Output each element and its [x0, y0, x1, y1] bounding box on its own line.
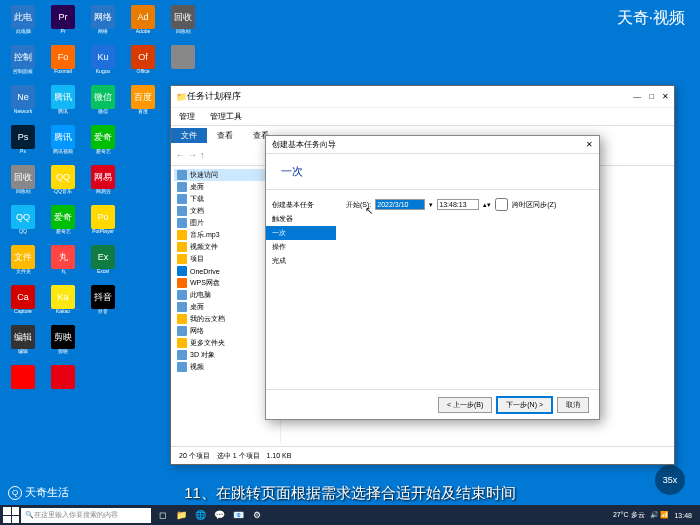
- explorer-statusbar: 20 个项目 选中 1 个项目 1.10 KB: [171, 446, 674, 464]
- desktop-icon[interactable]: 网络网络: [85, 5, 121, 41]
- desktop-icon[interactable]: NeNetwork: [5, 85, 41, 121]
- up-arrow-icon[interactable]: ↑: [200, 150, 205, 160]
- wizard-main: 开始(S): ▾ ▴▾ 跨时区同步(Z): [336, 190, 599, 385]
- sync-label: 跨时区同步(Z): [512, 200, 556, 210]
- taskbar-icon[interactable]: 📧: [229, 507, 247, 523]
- desktop-icon[interactable]: 腾讯腾讯视频: [45, 125, 81, 161]
- taskbar-icon[interactable]: 📁: [172, 507, 190, 523]
- desktop-icon[interactable]: PrPr: [45, 5, 81, 41]
- desktop-icon[interactable]: 微信微信: [85, 85, 121, 121]
- wizard-title: 创建基本任务向导: [272, 139, 336, 150]
- wizard-nav-item[interactable]: 一次: [266, 226, 336, 240]
- next-button[interactable]: 下一步(N) >: [497, 397, 552, 413]
- ribbon-manage[interactable]: 管理: [179, 111, 195, 122]
- desktop-icon[interactable]: QQQQ: [5, 205, 41, 241]
- taskbar: 🔍 在这里输入你要搜索的内容 ◻ 📁 🌐 💬 📧 ⚙ 27°C 多云 🔊 📶 1…: [0, 505, 700, 525]
- cancel-button[interactable]: 取消: [557, 397, 589, 413]
- wizard-nav-item[interactable]: 触发器: [266, 212, 336, 226]
- sidebar-item[interactable]: 快速访问: [174, 169, 277, 181]
- sidebar-item[interactable]: 音乐.mp3: [174, 229, 277, 241]
- clock[interactable]: 13:48: [674, 512, 692, 519]
- time-input[interactable]: [437, 199, 479, 210]
- wizard-nav-item[interactable]: 创建基本任务: [266, 198, 336, 212]
- system-tray: 27°C 多云 🔊 📶 13:48: [613, 510, 697, 520]
- desktop-icon[interactable]: 回收回收站: [165, 5, 201, 41]
- tab-file[interactable]: 文件: [171, 128, 207, 143]
- desktop-icon[interactable]: 抖音抖音: [85, 285, 121, 321]
- sidebar-item[interactable]: 更多文件夹: [174, 337, 277, 349]
- taskbar-search[interactable]: 🔍 在这里输入你要搜索的内容: [21, 508, 151, 523]
- desktop-icon[interactable]: OfOffice: [125, 45, 161, 81]
- taskbar-icon[interactable]: 🌐: [191, 507, 209, 523]
- desktop-icon[interactable]: PoPotPlayer: [85, 205, 121, 241]
- sidebar-item[interactable]: OneDrive: [174, 265, 277, 277]
- desktop-icon[interactable]: KuKugou: [85, 45, 121, 81]
- desktop-icon[interactable]: KaKakao: [45, 285, 81, 321]
- desktop-icon[interactable]: 爱奇爱奇艺: [85, 125, 121, 161]
- maximize-button[interactable]: □: [649, 92, 654, 101]
- desktop-icon[interactable]: 百度百度: [125, 85, 161, 121]
- sidebar-item[interactable]: 网络: [174, 325, 277, 337]
- explorer-titlebar: 📁 任务计划程序 ― □ ✕: [171, 86, 674, 108]
- task-wizard-dialog: 创建基本任务向导 ✕ 一次 创建基本任务触发器一次操作完成 开始(S): ▾ ▴…: [265, 135, 600, 420]
- time-spinner-icon[interactable]: ▴▾: [483, 201, 491, 209]
- explorer-ribbon: 管理 管理工具: [171, 108, 674, 126]
- desktop-icon[interactable]: QQQQ音乐: [45, 165, 81, 201]
- sidebar-item[interactable]: 视频: [174, 361, 277, 373]
- desktop-icon[interactable]: AdAdobe: [125, 5, 161, 41]
- desktop-icon[interactable]: 回收回收站: [5, 165, 41, 201]
- minimize-button[interactable]: ―: [633, 92, 641, 101]
- desktop-icon[interactable]: [45, 365, 81, 401]
- desktop-icon[interactable]: [165, 45, 201, 81]
- wizard-close-button[interactable]: ✕: [586, 140, 593, 149]
- sidebar-item[interactable]: 图片: [174, 217, 277, 229]
- close-button[interactable]: ✕: [662, 92, 669, 101]
- sidebar-item[interactable]: 项目: [174, 253, 277, 265]
- taskbar-icon[interactable]: ◻: [153, 507, 171, 523]
- forward-arrow-icon[interactable]: →: [188, 150, 197, 160]
- back-arrow-icon[interactable]: ←: [176, 150, 185, 160]
- sidebar-item[interactable]: 3D 对象: [174, 349, 277, 361]
- sidebar-item[interactable]: 下载: [174, 193, 277, 205]
- explorer-icon: 📁: [176, 92, 187, 102]
- taskbar-icon[interactable]: 💬: [210, 507, 228, 523]
- start-button[interactable]: [3, 507, 19, 523]
- date-picker-icon[interactable]: ▾: [429, 201, 433, 209]
- sync-checkbox[interactable]: [495, 198, 508, 211]
- desktop-icon[interactable]: 控制控制面板: [5, 45, 41, 81]
- back-button[interactable]: < 上一步(B): [438, 397, 492, 413]
- sidebar-item[interactable]: 桌面: [174, 181, 277, 193]
- sidebar-item[interactable]: 视频文件: [174, 241, 277, 253]
- sidebar-item[interactable]: 文档: [174, 205, 277, 217]
- desktop-icon[interactable]: 剪映剪映: [45, 325, 81, 361]
- desktop-icon[interactable]: FoFoxmail: [45, 45, 81, 81]
- sidebar-item[interactable]: 桌面: [174, 301, 277, 313]
- wizard-footer: < 上一步(B) 下一步(N) > 取消: [266, 389, 599, 419]
- tab-edit[interactable]: 查看: [207, 128, 243, 143]
- wizard-nav-item[interactable]: 完成: [266, 254, 336, 268]
- desktop-icon[interactable]: ExExcel: [85, 245, 121, 281]
- sidebar-item[interactable]: WPS网盘: [174, 277, 277, 289]
- desktop-icon[interactable]: 此电此电脑: [5, 5, 41, 41]
- desktop-icon[interactable]: CaCapture: [5, 285, 41, 321]
- taskbar-icon[interactable]: ⚙: [248, 507, 266, 523]
- sidebar-item[interactable]: 我的云文档: [174, 313, 277, 325]
- desktop-icon[interactable]: 腾讯腾讯: [45, 85, 81, 121]
- weather-widget[interactable]: 27°C 多云: [613, 510, 645, 520]
- wizard-titlebar: 创建基本任务向导 ✕: [266, 136, 599, 154]
- tray-icons[interactable]: 🔊 📶: [650, 511, 670, 519]
- explorer-title: 任务计划程序: [187, 90, 241, 103]
- desktop-icon[interactable]: 文件文件夹: [5, 245, 41, 281]
- ribbon-tools[interactable]: 管理工具: [210, 111, 242, 122]
- desktop-icon[interactable]: 网易网易云: [85, 165, 121, 201]
- taskbar-pinned: ◻ 📁 🌐 💬 📧 ⚙: [153, 507, 266, 523]
- desktop-icon[interactable]: 编辑编辑: [5, 325, 41, 361]
- desktop-icon[interactable]: [5, 365, 41, 401]
- desktop-icon[interactable]: 丸丸: [45, 245, 81, 281]
- date-input[interactable]: [375, 199, 425, 210]
- sidebar-item[interactable]: 此电脑: [174, 289, 277, 301]
- desktop-icon[interactable]: PsPs: [5, 125, 41, 161]
- desktop-icon[interactable]: 爱奇爱奇艺: [45, 205, 81, 241]
- wizard-heading: 一次: [281, 164, 584, 179]
- wizard-nav-item[interactable]: 操作: [266, 240, 336, 254]
